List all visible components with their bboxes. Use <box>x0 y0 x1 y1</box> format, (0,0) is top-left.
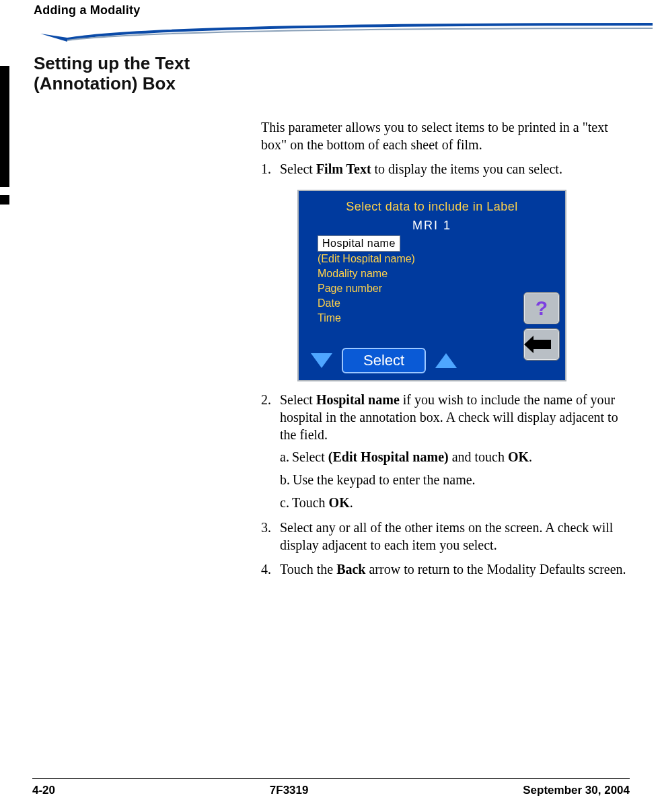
step-text: Select <box>280 392 316 407</box>
nav-up-icon[interactable] <box>435 353 457 368</box>
section-title-line1: Setting up the Text <box>34 53 190 73</box>
film-text-bold: Film Text <box>316 161 371 176</box>
device-title: Select data to include in Label <box>299 200 565 213</box>
step-2: 2. Select Hospital name if you wish to i… <box>261 391 635 512</box>
select-button[interactable]: Select <box>342 348 426 373</box>
page-footer: 4-20 7F3319 September 30, 2004 <box>32 778 630 796</box>
sub-label: a. <box>280 447 289 466</box>
step-number: 1. <box>261 160 271 178</box>
swoosh-divider <box>34 20 653 47</box>
step-number: 3. <box>261 519 271 536</box>
ok-bold: OK <box>329 495 350 510</box>
help-button[interactable]: ? <box>523 292 560 324</box>
sub-label: b. <box>280 470 290 489</box>
footer-date: September 30, 2004 <box>523 784 630 796</box>
footer-page-number: 4-20 <box>32 784 55 796</box>
intro-paragraph: This parameter allows you to select item… <box>261 118 635 153</box>
step-number: 4. <box>261 560 271 578</box>
option-time[interactable]: Time <box>318 311 415 326</box>
section-title: Setting up the Text (Annotation) Box <box>34 54 249 94</box>
step-3: 3. Select any or all of the other items … <box>261 519 635 554</box>
step-text: Select <box>292 449 328 464</box>
nav-down-icon[interactable] <box>311 353 332 368</box>
step-2a: a.Select (Edit Hospital name) and touch … <box>280 447 635 466</box>
step-text: to display the items you can select. <box>371 161 562 176</box>
step-text: Select any or all of the other items on … <box>280 520 613 552</box>
step-2c: c.Touch OK. <box>280 493 635 512</box>
option-edit-hospital-name[interactable]: (Edit Hospital name) <box>318 252 415 266</box>
step-text: Select <box>280 161 316 176</box>
device-screenshot: Select data to include in Label MRI 1 Ho… <box>297 190 566 381</box>
sub-label: c. <box>280 493 289 512</box>
back-bold: Back <box>336 562 365 577</box>
ok-bold: OK <box>508 449 529 464</box>
step-text: . <box>529 449 532 464</box>
hospital-name-bold: Hospital name <box>316 392 400 407</box>
footer-doc-id: 7F3319 <box>270 784 309 796</box>
edit-hospital-name-bold: (Edit Hospital name) <box>328 449 449 464</box>
step-2b: b.Use the keypad to enter the name. <box>280 470 635 489</box>
question-mark-icon: ? <box>536 298 548 318</box>
side-tab-marker <box>0 66 9 187</box>
running-head: Adding a Modality <box>34 4 635 16</box>
option-date[interactable]: Date <box>318 296 415 311</box>
step-text: Use the keypad to enter the name. <box>293 472 476 487</box>
step-text: Touch the <box>280 562 336 577</box>
step-text: arrow to return to the Modality Defaults… <box>365 562 626 577</box>
step-number: 2. <box>261 391 271 408</box>
step-4: 4. Touch the Back arrow to return to the… <box>261 560 635 578</box>
option-page-number[interactable]: Page number <box>318 281 415 296</box>
option-modality-name[interactable]: Modality name <box>318 266 415 281</box>
step-text: and touch <box>449 449 508 464</box>
section-title-line2: (Annotation) Box <box>34 73 176 94</box>
step-text: . <box>350 495 353 510</box>
device-subtitle: MRI 1 <box>299 219 565 231</box>
step-1: 1. Select Film Text to display the items… <box>261 160 635 381</box>
side-tab-marker-small <box>0 195 9 205</box>
body-column: This parameter allows you to select item… <box>261 118 635 585</box>
option-hospital-name-selected[interactable]: Hospital name <box>318 235 400 252</box>
device-option-list: Hospital name (Edit Hospital name) Modal… <box>318 235 415 326</box>
step-text: Touch <box>292 495 329 510</box>
